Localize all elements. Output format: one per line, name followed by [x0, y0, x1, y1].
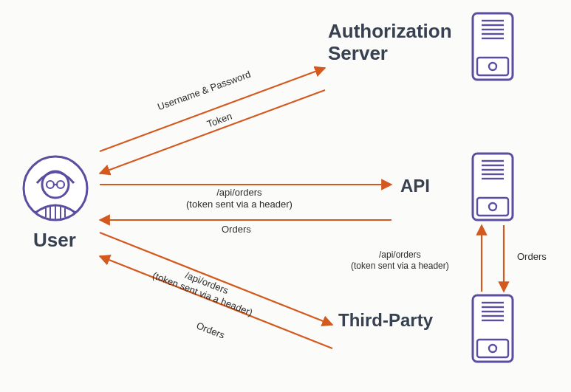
label-user-to-third: /api/orders (token sent via a header) — [151, 258, 259, 319]
diagram-stage: User Authorization Server API Third-Part… — [0, 0, 571, 392]
arrow-user-to-third — [100, 233, 332, 325]
auth-server-label: Authorization Server — [328, 21, 452, 65]
third-party-label: Third-Party — [338, 310, 433, 331]
label-auth-to-user: Token — [205, 111, 233, 131]
arrow-user-to-auth — [100, 68, 325, 151]
arrow-auth-to-user — [100, 90, 325, 173]
third-party-server-icon — [473, 295, 513, 362]
api-server-icon — [473, 154, 513, 220]
label-user-to-api: /api/orders (token sent via a header) — [186, 187, 293, 211]
auth-server-icon — [473, 13, 513, 80]
label-third-to-api: /api/orders (token sent via a header) — [351, 250, 449, 272]
label-api-to-user: Orders — [222, 224, 251, 235]
label-api-to-third: Orders — [517, 251, 547, 263]
user-label: User — [33, 229, 76, 252]
label-user-to-auth: Username & Password — [156, 69, 252, 114]
api-server-label: API — [400, 176, 430, 196]
user-icon — [24, 157, 87, 220]
label-third-to-user: Orders — [194, 320, 226, 341]
